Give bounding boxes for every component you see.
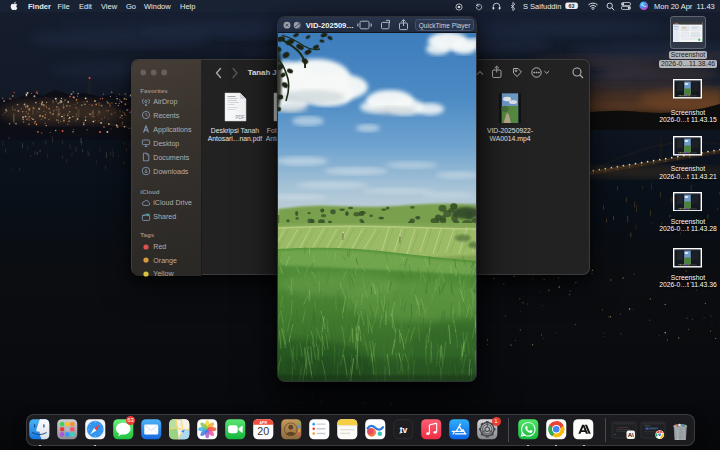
svg-text:PDF: PDF [236, 115, 245, 120]
svg-text:20: 20 [257, 425, 269, 437]
svg-text:A\: A\ [628, 432, 634, 438]
svg-text:APR: APR [260, 421, 268, 425]
svg-text:63: 63 [568, 3, 574, 9]
